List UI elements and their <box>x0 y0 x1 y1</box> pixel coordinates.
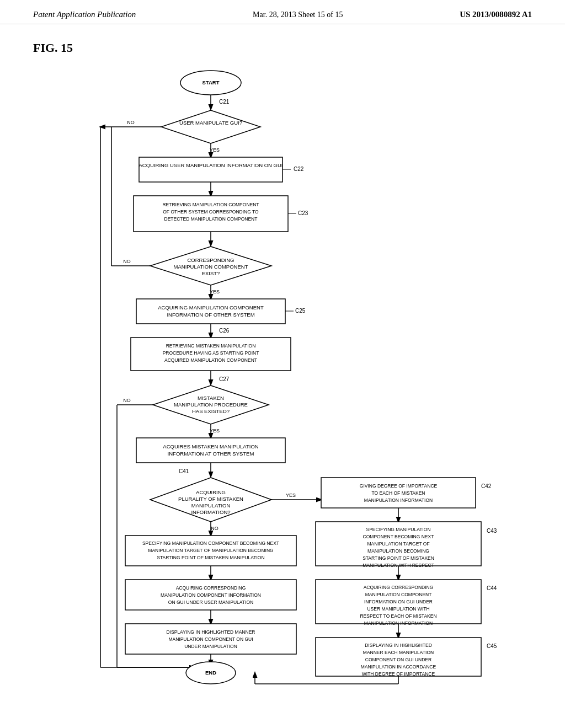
svg-text:EXIST?: EXIST? <box>202 270 220 276</box>
svg-text:SPECIFYING MANIPULATION: SPECIFYING MANIPULATION <box>366 527 431 532</box>
svg-text:STARTING POINT OF MISTAKEN: STARTING POINT OF MISTAKEN <box>363 555 434 561</box>
svg-text:C26: C26 <box>219 328 230 334</box>
svg-text:HAS EXISTED?: HAS EXISTED? <box>192 408 230 414</box>
svg-text:MANIPULATION PROCEDURE: MANIPULATION PROCEDURE <box>174 402 248 408</box>
header-left: Patent Application Publication <box>33 10 136 19</box>
svg-text:C41: C41 <box>179 468 189 474</box>
svg-text:RETRIEVING MISTAKEN MANIPULATI: RETRIEVING MISTAKEN MANIPULATION <box>166 343 256 349</box>
svg-text:OF OTHER SYSTEM CORRESPONDING : OF OTHER SYSTEM CORRESPONDING TO <box>163 209 259 215</box>
svg-text:NO: NO <box>123 398 131 403</box>
svg-text:END: END <box>205 670 216 676</box>
header-right: US 2013/0080892 A1 <box>460 10 532 19</box>
svg-text:TO EACH OF MISTAKEN: TO EACH OF MISTAKEN <box>372 490 425 496</box>
svg-text:MANNER EACH MANIPULATION: MANNER EACH MANIPULATION <box>363 650 434 655</box>
svg-text:NO: NO <box>127 120 135 125</box>
svg-text:MISTAKEN: MISTAKEN <box>198 395 224 401</box>
svg-marker-4 <box>161 110 260 143</box>
svg-text:MANIPULATION INFORMATION: MANIPULATION INFORMATION <box>364 497 433 503</box>
svg-text:YES: YES <box>210 289 220 295</box>
svg-text:MANIPULATION COMPONENT: MANIPULATION COMPONENT <box>365 592 432 597</box>
svg-text:C25: C25 <box>295 308 306 314</box>
svg-text:RESPECT TO EACH OF MISTAKEN: RESPECT TO EACH OF MISTAKEN <box>360 613 436 619</box>
svg-text:C22: C22 <box>294 166 304 172</box>
svg-text:ACQUIRING: ACQUIRING <box>196 489 226 495</box>
svg-text:ON GUI UNDER USER MANIPULATION: ON GUI UNDER USER MANIPULATION <box>168 599 253 605</box>
svg-rect-12 <box>139 157 282 182</box>
svg-text:DISPLAYING IN HIGHLIGHTED MANN: DISPLAYING IN HIGHLIGHTED MANNER <box>167 629 255 635</box>
svg-text:MANIPULATION COMPONENT: MANIPULATION COMPONENT <box>174 264 248 270</box>
svg-text:UNDER MANIPULATION: UNDER MANIPULATION <box>184 644 237 649</box>
svg-text:MANIPULATION BECOMING: MANIPULATION BECOMING <box>367 548 429 554</box>
svg-text:PLURALITY OF MISTAKEN: PLURALITY OF MISTAKEN <box>178 496 243 502</box>
svg-text:RETRIEVING MANIPULATION COMPON: RETRIEVING MANIPULATION COMPONENT <box>162 202 259 207</box>
svg-text:MANIPULATION: MANIPULATION <box>191 502 231 508</box>
header-center: Mar. 28, 2013 Sheet 15 of 15 <box>253 10 343 19</box>
svg-text:C21: C21 <box>219 99 230 105</box>
svg-text:ACQUIRED MANIPULATION COMPONEN: ACQUIRED MANIPULATION COMPONENT <box>164 357 257 363</box>
svg-text:ACQUIRING CORRESPONDING: ACQUIRING CORRESPONDING <box>364 585 434 590</box>
svg-text:COMPONENT ON GUI UNDER: COMPONENT ON GUI UNDER <box>365 657 431 662</box>
svg-text:INFORMATION AT OTHER SYSTEM: INFORMATION AT OTHER SYSTEM <box>168 451 254 457</box>
svg-text:INFORMATION OF OTHER SYSTEM: INFORMATION OF OTHER SYSTEM <box>167 312 254 318</box>
svg-text:MANIPULATION COMPONENT ON GUI: MANIPULATION COMPONENT ON GUI <box>168 636 253 642</box>
svg-text:MANIPULATION IN ACCORDANCE: MANIPULATION IN ACCORDANCE <box>361 664 436 670</box>
svg-text:C42: C42 <box>481 483 492 489</box>
svg-text:MANIPULATION COMPONENT INFORMA: MANIPULATION COMPONENT INFORMATION <box>161 592 261 598</box>
flowchart: START C21 USER MANIPULATE GUI? NO YES AC… <box>45 61 520 697</box>
svg-text:START: START <box>202 79 220 85</box>
svg-text:MANIPULATION TARGET OF MANIPUL: MANIPULATION TARGET OF MANIPULATION BECO… <box>148 548 273 553</box>
svg-text:INFORMATION ON GUI UNDER: INFORMATION ON GUI UNDER <box>364 599 433 604</box>
svg-text:PROCEDURE HAVING AS STARTING P: PROCEDURE HAVING AS STARTING POINT <box>163 350 259 356</box>
svg-text:ACQUIRING MANIPULATION COMPONE: ACQUIRING MANIPULATION COMPONENT <box>158 304 264 311</box>
page-header: Patent Application Publication Mar. 28, … <box>0 0 565 24</box>
svg-text:YES: YES <box>210 428 220 433</box>
svg-text:NO: NO <box>123 259 131 264</box>
svg-text:GIVING DEGREE OF IMPORTANCE: GIVING DEGREE OF IMPORTANCE <box>360 483 438 489</box>
svg-text:MANIPULATION TARGET OF: MANIPULATION TARGET OF <box>367 541 429 547</box>
svg-text:NO: NO <box>211 526 218 531</box>
svg-text:YES: YES <box>286 493 296 498</box>
svg-text:CORRESPONDING: CORRESPONDING <box>188 257 234 263</box>
svg-text:STARTING POINT OF MISTAKEN MAN: STARTING POINT OF MISTAKEN MANIPULATION <box>157 555 264 560</box>
svg-text:COMPONENT BECOMING NEXT: COMPONENT BECOMING NEXT <box>363 534 434 539</box>
page-content: FIG. 15 START C21 USER MANIPULATE GUI? N… <box>0 24 565 714</box>
svg-text:DISPLAYING IN HIGHLIGHTED: DISPLAYING IN HIGHLIGHTED <box>365 643 432 648</box>
svg-text:DETECTED MANIPULATION COMPONEN: DETECTED MANIPULATION COMPONENT <box>164 216 258 222</box>
fig-label: FIG. 15 <box>33 41 532 55</box>
svg-text:C23: C23 <box>298 210 308 216</box>
svg-text:ACQUIRES MISTAKEN MANIPULATION: ACQUIRES MISTAKEN MANIPULATION <box>163 443 258 449</box>
svg-text:SPECIFYING MANIPULATION COMPON: SPECIFYING MANIPULATION COMPONENT BECOMI… <box>142 540 279 546</box>
svg-text:ACQUIRING CORRESPONDING: ACQUIRING CORRESPONDING <box>176 585 246 591</box>
svg-text:ACQUIRING USER MANIPULATION IN: ACQUIRING USER MANIPULATION INFORMATION … <box>139 162 283 168</box>
svg-text:C27: C27 <box>219 376 230 382</box>
diagram-svg: START C21 USER MANIPULATE GUI? NO YES AC… <box>45 61 520 695</box>
svg-text:WITH DEGREE OF IMPORTANCE: WITH DEGREE OF IMPORTANCE <box>362 671 435 677</box>
svg-text:C45: C45 <box>487 643 497 649</box>
svg-text:C44: C44 <box>487 585 497 591</box>
svg-text:USER MANIPULATION WITH: USER MANIPULATION WITH <box>367 606 429 612</box>
svg-text:INFORMATION?: INFORMATION? <box>191 509 230 515</box>
svg-text:USER MANIPULATE GUI?: USER MANIPULATE GUI? <box>179 120 242 126</box>
svg-text:YES: YES <box>210 147 220 153</box>
svg-text:C43: C43 <box>487 528 497 534</box>
